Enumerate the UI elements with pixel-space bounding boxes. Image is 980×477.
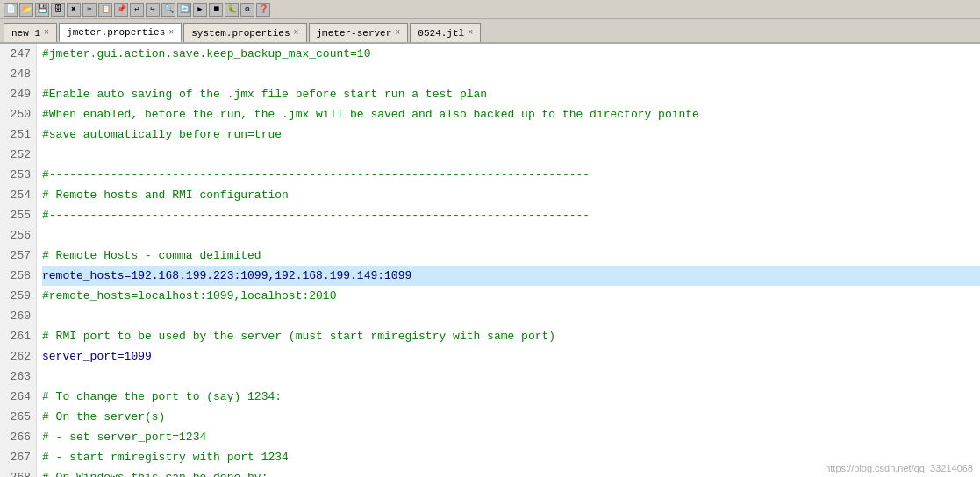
toolbar: 📄 📂 💾 🗄 ✖ ✂ 📋 📌 ↩ ↪ 🔍 🔄 ▶ ⏹ 🐛 ⚙ ❓ xyxy=(0,0,980,19)
line-number-262: 262 xyxy=(5,346,31,367)
line-number-249: 249 xyxy=(5,84,31,104)
tab-close-1[interactable]: × xyxy=(168,28,174,38)
tab-close-3[interactable]: × xyxy=(395,28,400,38)
toolbar-icon-paste[interactable]: 📌 xyxy=(114,3,128,17)
line-number-259: 259 xyxy=(5,286,31,306)
line-number-261: 261 xyxy=(5,326,31,346)
tab-close-0[interactable]: × xyxy=(44,28,49,38)
toolbar-icon-undo[interactable]: ↩ xyxy=(130,3,144,17)
toolbar-icon-new[interactable]: 📄 xyxy=(4,3,18,17)
tab-jmeter-server[interactable]: jmeter-server× xyxy=(309,23,409,42)
code-line-266: # - set server_port=1234 xyxy=(42,427,980,447)
toolbar-icon-debug[interactable]: 🐛 xyxy=(225,3,239,17)
editor: 2472482492502512522532542552562572582592… xyxy=(0,44,980,477)
code-line-248 xyxy=(42,64,980,84)
line-number-266: 266 xyxy=(5,427,31,447)
line-number-248: 248 xyxy=(5,64,31,84)
code-line-254: # Remote hosts and RMI configuration xyxy=(42,185,980,205)
line-number-268: 268 xyxy=(5,467,31,477)
code-line-253: #---------------------------------------… xyxy=(42,165,980,185)
code-line-257: # Remote Hosts - comma delimited xyxy=(42,246,980,266)
toolbar-icon-cut[interactable]: ✂ xyxy=(82,3,97,17)
code-line-260 xyxy=(42,306,980,326)
code-line-261: # RMI port to be used by the server (mus… xyxy=(42,326,980,346)
code-content[interactable]: #jmeter.gui.action.save.keep_backup_max_… xyxy=(37,44,980,477)
code-line-255: #---------------------------------------… xyxy=(42,205,980,225)
line-numbers: 2472482492502512522532542552562572582592… xyxy=(0,44,37,477)
code-line-264: # To change the port to (say) 1234: xyxy=(42,387,980,407)
toolbar-icons: 📄 📂 💾 🗄 ✖ ✂ 📋 📌 ↩ ↪ 🔍 🔄 ▶ ⏹ 🐛 ⚙ ❓ xyxy=(4,3,270,17)
toolbar-icon-stop[interactable]: ⏹ xyxy=(209,3,223,17)
code-line-262: server_port=1099 xyxy=(42,346,980,367)
line-number-264: 264 xyxy=(5,387,31,407)
tab-0524-jtl[interactable]: 0524.jtl× xyxy=(410,23,481,42)
line-number-263: 263 xyxy=(5,367,31,387)
code-line-258: remote_hosts=192.168.199.223:1099,192.16… xyxy=(42,266,980,286)
line-number-255: 255 xyxy=(5,205,31,225)
line-number-260: 260 xyxy=(5,306,31,326)
toolbar-icon-replace[interactable]: 🔄 xyxy=(177,3,191,17)
line-number-257: 257 xyxy=(5,246,31,266)
line-number-256: 256 xyxy=(5,225,31,246)
tab-new-1[interactable]: new 1× xyxy=(4,23,57,42)
toolbar-icon-find[interactable]: 🔍 xyxy=(161,3,175,17)
toolbar-icon-open[interactable]: 📂 xyxy=(19,3,33,17)
tab-system-properties[interactable]: system.properties× xyxy=(183,23,306,42)
toolbar-icon-saveall[interactable]: 🗄 xyxy=(51,3,65,17)
tab-bar: new 1×jmeter.properties×system.propertie… xyxy=(0,19,980,44)
toolbar-icon-save[interactable]: 💾 xyxy=(35,3,49,17)
watermark: https://blog.csdn.net/qq_33214068 xyxy=(825,463,973,473)
code-line-256 xyxy=(42,225,980,246)
code-line-265: # On the server(s) xyxy=(42,407,980,427)
toolbar-icon-copy[interactable]: 📋 xyxy=(98,3,112,17)
code-line-250: #When enabled, before the run, the .jmx … xyxy=(42,104,980,125)
line-number-267: 267 xyxy=(5,447,31,467)
line-number-253: 253 xyxy=(5,165,31,185)
code-line-252 xyxy=(42,145,980,165)
tab-close-2[interactable]: × xyxy=(293,28,298,38)
line-number-254: 254 xyxy=(5,185,31,205)
code-line-259: #remote_hosts=localhost:1099,localhost:2… xyxy=(42,286,980,306)
toolbar-icon-close[interactable]: ✖ xyxy=(67,3,81,17)
line-number-252: 252 xyxy=(5,145,31,165)
line-number-258: 258 xyxy=(5,266,31,286)
code-line-263 xyxy=(42,367,980,387)
tab-close-4[interactable]: × xyxy=(468,28,473,38)
line-number-265: 265 xyxy=(5,407,31,427)
tab-jmeter-properties[interactable]: jmeter.properties× xyxy=(59,23,182,42)
code-line-247: #jmeter.gui.action.save.keep_backup_max_… xyxy=(42,44,980,64)
toolbar-icon-settings[interactable]: ⚙ xyxy=(240,3,254,17)
toolbar-icon-help[interactable]: ❓ xyxy=(256,3,270,17)
line-number-250: 250 xyxy=(5,104,31,125)
line-number-247: 247 xyxy=(5,44,31,64)
toolbar-icon-run[interactable]: ▶ xyxy=(193,3,207,17)
code-line-251: #save_automatically_before_run=true xyxy=(42,125,980,145)
line-number-251: 251 xyxy=(5,125,31,145)
toolbar-icon-redo[interactable]: ↪ xyxy=(146,3,160,17)
code-line-249: #Enable auto saving of the .jmx file bef… xyxy=(42,84,980,104)
